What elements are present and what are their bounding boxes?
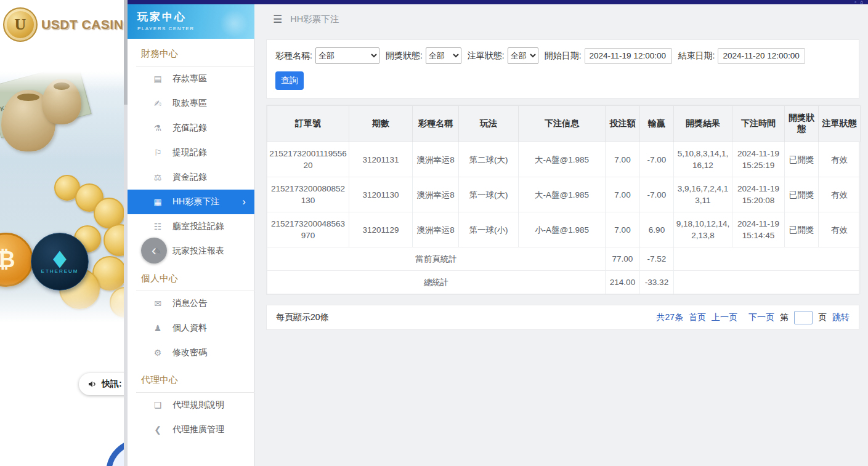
lottery-name-label: 彩種名稱: [275, 50, 312, 62]
start-date-filter: 開始日期: [545, 48, 672, 64]
bet-cell: 第一球(小) [459, 212, 519, 247]
bet-cell: 澳洲幸运8 [413, 212, 459, 247]
column-header: 注單狀態 [819, 106, 861, 142]
bet-cell: 2152173200111955620 [267, 142, 349, 177]
page-summary-row: 當前頁統計 77.00 -7.52 [267, 247, 861, 271]
jump-page-input[interactable] [794, 311, 813, 324]
bet-cell: 2152173200080852130 [267, 177, 349, 212]
bet-cell: 31201130 [349, 177, 413, 212]
news-ticker-label: 快訊: [102, 379, 122, 390]
sidebar-item-withdraw[interactable]: ✍取款專區 [128, 91, 254, 116]
draw-status-select[interactable]: 全部 [426, 47, 461, 64]
sidebar-section-title: 個人中心 [136, 263, 254, 291]
filter-row: 彩種名稱: 全部 開獎狀態: 全部 注單狀態: 全部 [275, 47, 850, 64]
bet-row: 215217320008085213031201130澳洲幸运8第一球(大)大-… [267, 177, 861, 212]
page-summary-winloss-total: -7.52 [640, 247, 674, 271]
prev-page-link[interactable]: 上一页 [712, 312, 737, 323]
page-summary-blank [674, 247, 861, 271]
bets-table-panel: 訂單號期數彩種名稱玩法下注信息投注額輸贏開獎結果下注時間開獎狀態注單狀態 215… [266, 105, 859, 295]
sidebar-item-cashout-record[interactable]: ⚐提現記錄 [128, 140, 254, 165]
sidebar-item-room-bet-record[interactable]: ☷廳室投註記錄 [128, 214, 254, 239]
sidebar-item-agent-promotion-share[interactable]: ❮代理推廣管理 [128, 417, 254, 442]
bet-cell: 大-A盤@1.985 [519, 142, 606, 177]
sidebar-item-label: 取款專區 [172, 98, 207, 109]
bet-cell: 已開獎 [785, 177, 819, 212]
page-summary-label: 當前頁統計 [267, 247, 606, 271]
usdt-coin-logo-icon: U [3, 7, 38, 42]
sidebar-item-deposit[interactable]: ▤存款專區 [128, 66, 254, 91]
sidebar-item-funds-record[interactable]: ⚖資金記錄 [128, 165, 254, 190]
lottery-name-select[interactable]: 全部 [315, 47, 379, 64]
collapse-sidebar-button[interactable]: ‹ [141, 238, 167, 263]
withdraw-icon: ✍ [152, 98, 163, 108]
window-icon[interactable]: ▫ [854, 0, 856, 4]
hamburger-menu-icon[interactable]: ☰ [273, 13, 282, 26]
pagination-bar: 每頁顯示20條 共27条 首页 上一页 下一页 第 页 跳转 [266, 305, 859, 330]
first-page-link[interactable]: 首页 [689, 312, 706, 323]
sidebar-item-lottery-bet[interactable]: ▦HH彩票下注› [128, 190, 254, 214]
sidebar-item-label: 提現記錄 [172, 147, 207, 158]
bets-table: 訂單號期數彩種名稱玩法下注信息投注額輸贏開獎結果下注時間開獎狀態注單狀態 215… [267, 105, 861, 294]
table-header-row: 訂單號期數彩種名稱玩法下注信息投注額輸贏開獎結果下注時間開獎狀態注單狀態 [267, 106, 861, 142]
sidebar-item-label: 個人資料 [172, 323, 207, 334]
draw-status-label: 開獎狀態: [386, 50, 423, 62]
site-logo[interactable]: U USDT CASINO [3, 7, 128, 42]
sidebar-item-announcement-bell[interactable]: ✉消息公告 [128, 291, 254, 316]
sidebar-item-agent-rules-doc[interactable]: ❏代理規則說明 [128, 393, 254, 417]
sidebar-item-label: 玩家投注報表 [172, 246, 224, 257]
logo-letter: U [15, 15, 26, 34]
sidebar-title: 玩家中心 [137, 10, 254, 24]
order-status-select[interactable]: 全部 [508, 47, 538, 64]
bet-cell: 9,18,10,12,14,2,13,8 [674, 212, 732, 247]
jump-button[interactable]: 跳转 [832, 312, 850, 323]
money-bag-tie [17, 94, 39, 101]
table-body: 215217320011195562031201131澳洲幸运8第二球(大)大-… [267, 142, 861, 247]
sidebar-item-label: 存款專區 [172, 73, 207, 84]
bet-cell: 31201131 [349, 142, 413, 177]
sidebar-item-label: 消息公告 [172, 298, 207, 309]
bet-row: 215217320004856397031201129澳洲幸运8第一球(小)小-… [267, 212, 861, 247]
screen: U USDT CASINO KB4627 ₿ ◆ ETHEREUM [0, 0, 868, 466]
bet-cell: 5,10,8,3,14,1,16,12 [674, 142, 732, 177]
main-content: ☰ HH彩票下注 彩種名稱: 全部 開獎狀態: 全部 注單狀態: [254, 4, 868, 466]
next-page-link[interactable]: 下一页 [748, 312, 774, 323]
column-header: 期數 [349, 106, 413, 142]
sidebar-subtitle: PLAYERS CENTER [137, 26, 254, 31]
gold-coin-image [92, 256, 127, 291]
bet-cell: 7.00 [606, 212, 640, 247]
sidebar-item-recharge-record[interactable]: ⚗充值記錄 [128, 116, 254, 140]
money-bag-image [42, 79, 81, 124]
sidebar-section-title: 代理中心 [136, 365, 254, 393]
change-password-gear-icon: ⚙ [152, 348, 163, 358]
start-date-label: 開始日期: [545, 50, 582, 62]
total-summary-label: 總統計 [267, 271, 606, 294]
bet-cell: 第一球(大) [459, 177, 519, 212]
home-icon[interactable]: ⌂ [860, 0, 863, 4]
jump-prefix-text: 第 [780, 312, 789, 323]
bet-cell: 澳洲幸运8 [413, 177, 459, 212]
column-header: 開獎狀態 [785, 106, 819, 142]
content-topbar: ☰ HH彩票下注 [254, 4, 868, 34]
bet-cell: 大-A盤@1.985 [519, 177, 606, 212]
start-date-input[interactable] [585, 48, 672, 64]
sidebar-item-change-password-gear[interactable]: ⚙修改密碼 [128, 340, 254, 365]
end-date-input[interactable] [718, 48, 805, 64]
bet-cell: 2152173200048563970 [267, 212, 349, 247]
column-header: 開獎結果 [674, 106, 732, 142]
sidebar-header: 玩家中心 PLAYERS CENTER [128, 4, 254, 39]
sidebar-item-user-profile[interactable]: ♟個人資料 [128, 316, 254, 340]
table-summary: 當前頁統計 77.00 -7.52 總統計 214.00 -33.32 [267, 247, 861, 294]
bet-cell: 2024-11-19 15:20:08 [732, 177, 785, 212]
sidebar-item-label: 充值記錄 [172, 123, 207, 134]
chevron-right-icon: › [242, 196, 246, 208]
query-button[interactable]: 查詢 [275, 71, 304, 90]
total-summary-bet-total: 214.00 [606, 271, 640, 294]
draw-status-filter: 開獎狀態: 全部 [386, 47, 461, 64]
bet-cell: 已開獎 [785, 142, 819, 177]
order-status-label: 注單狀態: [468, 50, 505, 62]
bet-cell: 有效 [819, 177, 861, 212]
bet-cell: 7.00 [606, 177, 640, 212]
column-header: 投注額 [606, 106, 640, 142]
column-header: 玩法 [459, 106, 519, 142]
column-header: 輸贏 [640, 106, 674, 142]
